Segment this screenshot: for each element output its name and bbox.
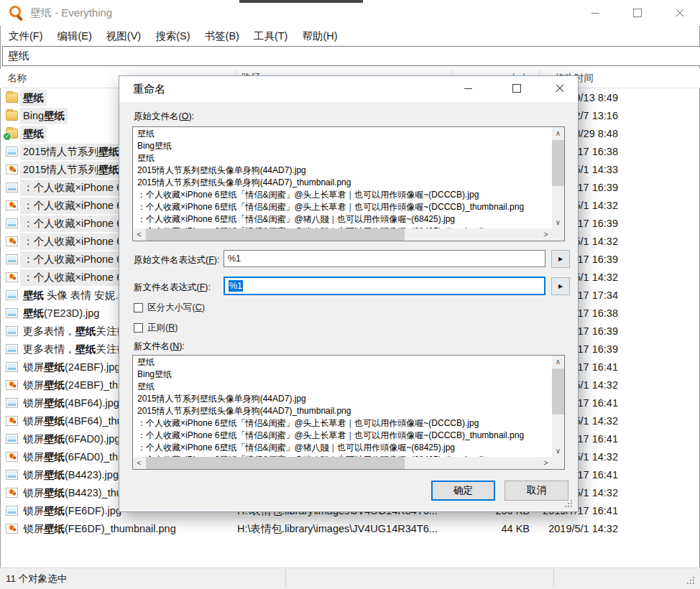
photo-icon — [6, 452, 18, 462]
vertical-scrollbar[interactable]: ∧ ∨ — [552, 356, 564, 457]
filename-line: 壁纸 — [137, 128, 552, 140]
photo-icon — [6, 416, 18, 426]
photo-icon — [6, 200, 18, 210]
photo-icon — [6, 164, 18, 175]
file-name: 锁屏壁纸(4BF64).jpg — [20, 395, 122, 412]
vertical-scrollbar[interactable]: ∧ ∨ — [552, 127, 564, 228]
scrollbar-thumb[interactable] — [146, 457, 405, 469]
image-icon — [6, 182, 18, 193]
file-name: 锁屏壁纸(24EBF).jpg — [20, 359, 123, 376]
file-name: 壁纸(7E23D).jpg — [20, 305, 102, 322]
image-icon — [6, 344, 18, 354]
menu-item-search[interactable]: 搜索(S) — [148, 26, 197, 46]
scroll-up-icon[interactable]: ∧ — [552, 127, 564, 139]
photo-icon — [6, 488, 18, 498]
file-row[interactable]: 锁屏壁纸(FE6DF)_thumbnail.pngH:\表情包.library\… — [0, 520, 700, 538]
filename-line: 壁纸 — [137, 356, 552, 368]
image-icon — [6, 362, 18, 372]
search-input[interactable]: 壁纸 — [2, 46, 700, 66]
menu-item-bookmarks[interactable]: 书签(B) — [198, 26, 247, 46]
status-bar: 11 个对象选中 — [0, 567, 700, 589]
case-sensitive-label: 区分大小写(C) — [147, 302, 205, 314]
menu-item-help[interactable]: 帮助(H) — [295, 26, 344, 46]
filename-line: Bing壁纸 — [137, 368, 552, 381]
dialog-minimize-button[interactable] — [452, 76, 484, 101]
maximize-button[interactable] — [621, 0, 654, 26]
original-names-listbox[interactable]: 壁纸Bing壁纸壁纸2015情人节系列壁纸头像单身狗(44AD7).jpg201… — [132, 126, 565, 241]
cancel-button[interactable]: 取消 — [505, 481, 568, 501]
image-icon — [6, 254, 18, 264]
horizontal-scrollbar[interactable]: < > — [133, 228, 552, 241]
new-expr-label: 新文件名表达式(F): — [134, 282, 211, 294]
scroll-right-icon[interactable]: > — [540, 457, 552, 469]
new-names-listbox[interactable]: 壁纸Bing壁纸壁纸2015情人节系列壁纸头像单身狗(44AD7).jpg201… — [132, 355, 565, 470]
image-icon — [6, 506, 18, 516]
ok-button[interactable]: 确定 — [431, 481, 495, 501]
status-divider — [553, 569, 554, 588]
scrollbar-thumb[interactable] — [146, 228, 405, 241]
case-sensitive-checkbox[interactable]: 区分大小写(C) — [134, 302, 205, 314]
scrollbar-thumb[interactable] — [552, 140, 564, 186]
filename-line: 壁纸 — [137, 381, 552, 393]
menu-item-view[interactable]: 视图(V) — [99, 26, 148, 46]
window-resize-grip[interactable] — [687, 577, 696, 585]
checkbox-box[interactable] — [134, 323, 143, 333]
checkbox-box[interactable] — [134, 303, 143, 312]
menu-item-tools[interactable]: 工具(T) — [247, 26, 295, 46]
window-title: 壁纸 - Everything — [30, 0, 112, 26]
filename-line: ：个人收藏×iPhone 6壁纸「情侣&闺蜜」@猪八賤｜也可以用作頭像喔~(68… — [137, 442, 552, 454]
horizontal-scrollbar[interactable]: < > — [133, 457, 552, 469]
file-path: H:\表情包.library\images\JV4UG14R34T6... — [237, 520, 467, 538]
scroll-up-icon[interactable]: ∧ — [552, 356, 564, 368]
new-expr-input[interactable]: %1 — [224, 277, 545, 295]
background-window-fragment — [239, 0, 363, 3]
right-triangle-icon: ▶ — [558, 283, 563, 289]
filename-line: 2015情人节系列壁纸头像单身狗(44AD7)_thumbnail.png — [137, 405, 552, 417]
file-name: 锁屏壁纸(FE6DF).jpg — [20, 503, 124, 519]
dialog-resize-grip[interactable] — [565, 500, 574, 509]
file-name: 锁屏壁纸(FE6DF)_thumbnail.png — [20, 521, 179, 537]
screen: { "window": { "title": "壁纸 - Everything"… — [0, 0, 700, 589]
selected-text: %1 — [229, 280, 243, 292]
original-expr-menu-button[interactable]: ▶ — [551, 250, 570, 268]
folder-icon — [6, 111, 18, 121]
new-names-lines: 壁纸Bing壁纸壁纸2015情人节系列壁纸头像单身狗(44AD7).jpg201… — [133, 356, 552, 457]
scrollbar-corner — [552, 457, 564, 469]
menu-item-edit[interactable]: 编辑(E) — [50, 26, 99, 46]
everything-logo-icon — [9, 6, 24, 20]
image-icon — [6, 398, 18, 408]
dialog-maximize-button[interactable] — [501, 76, 533, 101]
scroll-down-icon[interactable]: ∨ — [552, 216, 564, 228]
minimize-button[interactable] — [579, 0, 612, 26]
image-icon — [6, 308, 18, 318]
filename-line: 2015情人节系列壁纸头像单身狗(44AD7)_thumbnail.png — [137, 177, 552, 189]
file-name: 锁屏壁纸(6FAD0).jpg — [20, 431, 123, 447]
scroll-down-icon[interactable]: ∨ — [552, 445, 564, 457]
file-name: 壁纸 头像 表情 安妮… — [20, 287, 129, 304]
scroll-left-icon[interactable]: < — [133, 457, 145, 469]
column-header-name[interactable]: 名称 — [7, 69, 27, 87]
filename-line: ：个人收藏×iPhone 6壁纸「情侣&闺蜜」@头上长草君｜也可以用作頭像喔~(… — [137, 430, 552, 442]
dialog-close-button[interactable] — [544, 76, 576, 101]
new-expr-menu-button[interactable]: ▶ — [551, 277, 570, 295]
menu-item-file[interactable]: 文件(F) — [1, 26, 50, 46]
filename-line: 壁纸 — [137, 152, 552, 164]
file-name: 锁屏壁纸(B4423).jpg — [20, 467, 121, 483]
file-name: Bing壁纸 — [20, 108, 68, 124]
image-icon — [6, 326, 18, 336]
scrollbar-thumb[interactable] — [552, 368, 564, 414]
folder-check-icon — [6, 129, 18, 139]
original-expr-label: 原始文件名表达式(F): — [134, 254, 219, 266]
original-expr-input[interactable]: %1 — [224, 250, 545, 267]
filename-line: ：个人收藏×iPhone 6壁纸「情侣&闺蜜」@头上长草君｜也可以用作頭像喔~(… — [137, 189, 552, 201]
scroll-left-icon[interactable]: < — [133, 228, 145, 241]
regex-checkbox[interactable]: 正则(R) — [134, 322, 178, 334]
dialog-titlebar: 重命名 — [119, 76, 578, 102]
rename-dialog: 重命名 原始文件名(O): 壁纸Bing壁纸壁纸2015情人节系列壁纸头像单身狗… — [119, 75, 579, 512]
original-names-label: 原始文件名(O): — [134, 111, 194, 123]
scroll-right-icon[interactable]: > — [540, 228, 552, 241]
menu-bar: 文件(F)编辑(E)视图(V)搜索(S)书签(B)工具(T)帮助(H) — [1, 26, 699, 46]
photo-icon — [6, 380, 18, 390]
file-name: 壁纸 — [20, 126, 47, 142]
close-button[interactable] — [663, 0, 696, 26]
